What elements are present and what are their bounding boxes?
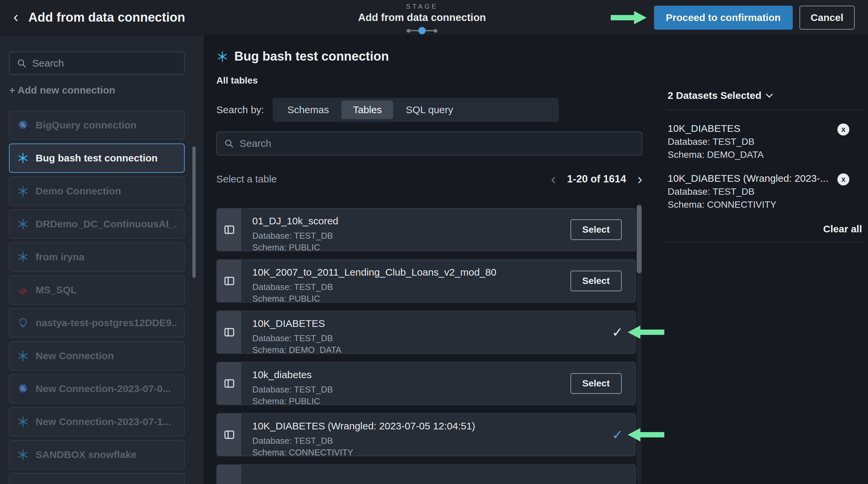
connections-sidebar: + Add new connection BigQuery connection… <box>0 35 204 484</box>
snowflake-icon <box>17 416 29 428</box>
table-icon-strip <box>217 260 241 302</box>
pagination: ‹ 1-20 of 1614 › <box>551 172 642 186</box>
connection-name: Demo Connection <box>36 185 121 197</box>
selected-count-label: 2 Datasets Selected <box>668 90 762 101</box>
sidebar-connection-item[interactable]: Demo Connection <box>9 176 185 206</box>
connection-header: Bug bash test connection <box>216 49 389 64</box>
table-icon <box>224 225 234 234</box>
table-search <box>216 131 642 155</box>
snowflake-icon <box>17 218 29 230</box>
search-icon <box>17 59 26 68</box>
divider <box>668 110 862 110</box>
table-database: Database: TEST_DB <box>252 436 333 446</box>
annotation-arrow-left-icon <box>627 427 664 443</box>
sidebar-search <box>9 52 185 75</box>
connection-name: DRDemo_DC_ContinuousAI_... <box>36 218 177 230</box>
tab-sql-query[interactable]: SQL query <box>394 100 464 119</box>
table-icon-strip <box>217 363 241 404</box>
table-icon-strip <box>217 465 241 484</box>
sidebar-connection-item[interactable]: SANDBOX snowflake <box>9 440 185 470</box>
select-table-button[interactable]: Select <box>570 373 622 394</box>
search-by-row: Search by: SchemasTablesSQL query <box>216 98 559 122</box>
sidebar-connection-item[interactable]: BigQuery connection <box>9 111 185 140</box>
pagination-prev-icon[interactable]: ‹ <box>551 172 556 186</box>
proceed-to-confirmation-button[interactable]: Proceed to confirmation <box>654 6 793 30</box>
dataset-name: 10K_DIABETES (Wrangled: 2023-... <box>668 173 832 184</box>
table-icon <box>224 430 234 439</box>
divider <box>668 242 862 242</box>
table-row[interactable]: 10K_DIABETES (Wrangled: 2023-07-05 12:04… <box>216 413 636 456</box>
step-connector <box>410 30 418 31</box>
sidebar-connection-item[interactable] <box>9 473 185 484</box>
mssql-icon <box>17 284 29 296</box>
selected-datasets-header[interactable]: 2 Datasets Selected <box>668 90 862 101</box>
table-search-input[interactable] <box>239 138 634 149</box>
clear-all-button[interactable]: Clear all <box>668 223 862 235</box>
dataset-database: Database: TEST_DB <box>668 137 832 147</box>
sidebar-connection-item[interactable]: New Connection <box>9 341 185 370</box>
dataset-name: 10K_DIABETES <box>668 123 832 134</box>
page-title: Add from data connection <box>28 10 185 25</box>
sidebar-scrollbar-thumb[interactable] <box>192 147 196 278</box>
sidebar-connection-item[interactable]: Bug bash test connection <box>9 144 185 173</box>
sidebar-connection-item[interactable]: New Connection-2023-07-1... <box>9 407 185 436</box>
remove-dataset-button[interactable]: x <box>837 174 849 185</box>
table-name: 10K_2007_to_2011_Lending_Club_Loans_v2_m… <box>252 267 496 278</box>
cancel-button[interactable]: Cancel <box>800 6 855 30</box>
snowflake-icon <box>17 350 29 362</box>
step-connector <box>426 30 434 31</box>
table-icon-strip <box>217 414 241 456</box>
snowflake-icon <box>17 449 29 461</box>
add-new-connection-button[interactable]: + Add new connection <box>9 85 115 96</box>
sidebar-connection-item[interactable]: DRDemo_DC_ContinuousAI_... <box>9 209 185 239</box>
remove-dataset-button[interactable]: x <box>837 123 849 135</box>
pagination-next-icon[interactable]: › <box>638 172 642 186</box>
sidebar-connection-item[interactable]: nastya-test-postgres12DDE9... <box>9 308 185 337</box>
search-by-label: Search by: <box>216 104 264 116</box>
selected-check-icon: ✓ <box>612 325 623 340</box>
snowflake-icon <box>17 251 29 263</box>
connection-title: Bug bash test connection <box>234 49 389 64</box>
sidebar-connection-item[interactable]: MS_SQL <box>9 275 185 305</box>
selected-dataset-item: 10K_DIABETES (Wrangled: 2023-... Databas… <box>668 173 862 210</box>
table-row[interactable]: 10k_diabetes Database: TEST_DB Schema: P… <box>216 362 636 405</box>
table-name: 10k_diabetes <box>252 369 333 381</box>
connection-name: BigQuery connection <box>36 120 136 131</box>
selected-dataset-list: 10K_DIABETES Database: TEST_DB Schema: D… <box>668 123 862 210</box>
tab-tables[interactable]: Tables <box>341 100 393 119</box>
table-icon-strip <box>217 209 241 251</box>
table-row[interactable]: 01_DJ_10k_scored Database: TEST_DB Schem… <box>216 208 636 251</box>
table-database: Database: TEST_DB <box>252 385 333 394</box>
sidebar-connection-item[interactable]: New Connection-2023-07-0... <box>9 374 185 403</box>
table-schema: Schema: CONNECTIVITY <box>252 447 353 456</box>
table-row[interactable]: 10K_DIABETES Database: TEST_DB Schema: D… <box>216 310 636 354</box>
connection-name: New Connection <box>36 350 114 362</box>
table-icon <box>224 328 234 336</box>
connection-name: from iryna <box>36 251 85 263</box>
table-schema: Schema: DEMO_DATA <box>252 345 341 353</box>
stage-label: STAGE <box>358 3 486 10</box>
bigquery-icon <box>17 119 29 131</box>
all-tables-label: All tables <box>216 75 258 86</box>
search-mode-tabs: SchemasTablesSQL query <box>273 98 559 122</box>
step-dot <box>407 29 410 33</box>
tab-schemas[interactable]: Schemas <box>276 100 340 119</box>
annotation-arrow-left-icon <box>627 325 664 340</box>
connection-name: SANDBOX snowflake <box>36 449 136 460</box>
table-list: 01_DJ_10k_scored Database: TEST_DB Schem… <box>216 208 636 484</box>
table-name: 10K_DIABETES (Wrangled: 2023-07-05 12:04… <box>252 420 475 432</box>
table-list-scrollbar-thumb[interactable] <box>637 205 642 273</box>
snowflake-bright-icon <box>17 152 29 164</box>
stage-indicator: STAGE Add from data connection <box>358 3 486 34</box>
connection-name: nastya-test-postgres12DDE9... <box>36 317 177 329</box>
table-row[interactable]: 10K_2007_to_2011_Lending_Club_Loans_v2_m… <box>216 259 636 303</box>
sidebar-connection-item[interactable]: from iryna <box>9 242 185 272</box>
select-table-button[interactable]: Select <box>570 219 622 240</box>
chevron-down-icon <box>766 91 773 97</box>
select-table-button[interactable]: Select <box>570 271 622 291</box>
connection-name: MS_SQL <box>36 284 76 296</box>
table-icon-strip <box>217 311 241 353</box>
table-row[interactable] <box>216 464 636 484</box>
back-chevron-icon[interactable]: ‹ <box>13 9 18 24</box>
sidebar-search-input[interactable] <box>32 57 177 69</box>
